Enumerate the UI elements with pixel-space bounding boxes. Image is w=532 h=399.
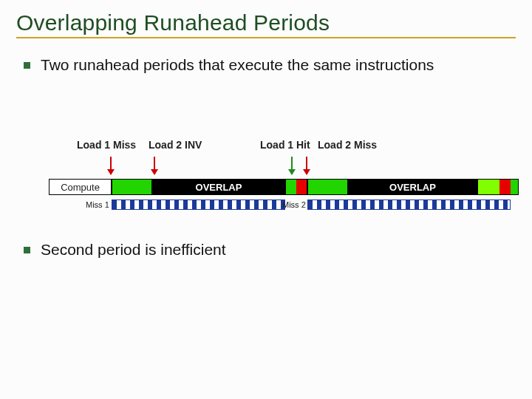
arrow-load1hit bbox=[291, 157, 293, 174]
timeline-labels: Load 1 Miss Load 2 INV Load 1 Hit Load 2… bbox=[49, 139, 516, 155]
seg-overlap2: OVERLAP bbox=[348, 179, 477, 195]
bullet-icon bbox=[24, 247, 30, 253]
seg-overlap1: OVERLAP bbox=[152, 179, 285, 195]
bullet-1-text: Two runahead periods that execute the sa… bbox=[41, 56, 434, 74]
seg-gap2 bbox=[307, 179, 348, 195]
seg-compute: Compute bbox=[49, 179, 112, 195]
seg-tail-green bbox=[511, 179, 519, 195]
bullet-2: Second period is inefficient bbox=[16, 241, 516, 259]
miss2-bar bbox=[307, 200, 511, 210]
seg-slice-red bbox=[296, 179, 307, 195]
miss2-label: Miss 2 bbox=[282, 200, 306, 209]
seg-slice-green bbox=[285, 179, 296, 195]
title-underline bbox=[16, 37, 516, 38]
miss1-label: Miss 1 bbox=[86, 200, 109, 209]
timeline-bar: Compute OVERLAP OVERLAP bbox=[49, 179, 519, 195]
label-load2inv: Load 2 INV bbox=[149, 139, 202, 151]
label-load1hit: Load 1 Hit bbox=[260, 139, 310, 151]
miss-row: Miss 1 Miss 2 bbox=[49, 200, 519, 214]
seg-slice-lime bbox=[477, 179, 499, 195]
label-load1miss: Load 1 Miss bbox=[77, 139, 136, 151]
timeline-arrows bbox=[49, 157, 516, 179]
arrow-load2miss bbox=[306, 157, 307, 174]
bullet-icon bbox=[24, 62, 30, 69]
bullet-1: Two runahead periods that execute the sa… bbox=[16, 56, 516, 74]
label-load2miss: Load 2 Miss bbox=[318, 139, 377, 151]
page-title: Overlapping Runahead Periods bbox=[16, 10, 516, 35]
seg-slice-red2 bbox=[499, 179, 511, 195]
miss1-bar bbox=[112, 200, 285, 210]
bullet-2-text: Second period is inefficient bbox=[41, 241, 226, 259]
arrow-load2inv bbox=[154, 157, 155, 174]
seg-gap1 bbox=[112, 179, 152, 195]
arrow-load1miss bbox=[110, 157, 112, 174]
